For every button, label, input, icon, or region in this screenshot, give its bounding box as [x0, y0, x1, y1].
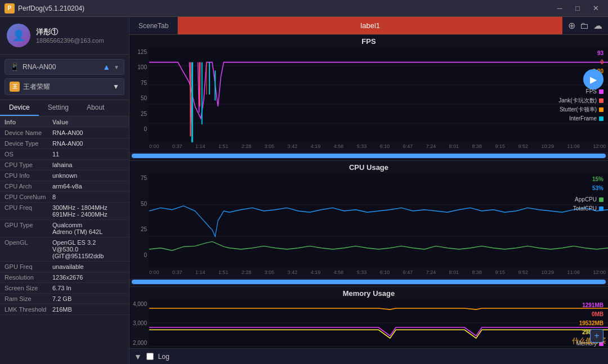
- scene-tab[interactable]: SceneTab: [129, 17, 178, 34]
- maximize-button[interactable]: □: [570, 3, 585, 14]
- folder-icon[interactable]: 🗀: [580, 21, 589, 31]
- info-value: RNA-AN00: [52, 140, 124, 147]
- play-button[interactable]: ▶: [583, 69, 603, 89]
- log-checkbox[interactable]: [146, 353, 154, 360]
- tab-about[interactable]: About: [78, 100, 113, 116]
- jank-dot: [599, 98, 603, 103]
- cpu-scrollbar[interactable]: [129, 278, 608, 285]
- table-row: GPU TypeQualcommAdreno (TM) 642L: [0, 220, 129, 237]
- sidebar-tab-bar: Device Setting About: [0, 100, 129, 116]
- app-name: 王者荣耀: [23, 82, 113, 92]
- info-value: 1236x2676: [52, 274, 124, 281]
- jank-value: 0: [558, 58, 603, 67]
- app-selector-row[interactable]: 王 王者荣耀 ▼: [5, 78, 124, 95]
- tab-setting[interactable]: Setting: [39, 100, 78, 116]
- minimize-button[interactable]: ─: [552, 3, 567, 14]
- info-table: Info Value Device NameRNA-AN00Device Typ…: [0, 116, 129, 364]
- totalcpu-dot: [599, 206, 603, 211]
- titlebar: P PerfDog(v5.1.210204) ─ □ ✕: [0, 0, 608, 17]
- info-value: 6.73 In: [52, 285, 124, 291]
- info-key: OS: [5, 151, 52, 158]
- device-dropdown-arrow: ▼: [114, 64, 119, 70]
- table-row: GPU Frequnavailable: [0, 262, 129, 272]
- info-value: QualcommAdreno (TM) 642L: [52, 222, 124, 235]
- info-value: unavailable: [52, 263, 124, 270]
- cpu-chart-svg: [149, 173, 608, 268]
- main-layout: 👤 洋彤① 18865662396@163.com 📱 RNA-AN00 ▲ ▼…: [0, 17, 608, 364]
- table-row: Ram Size7.2 GB: [0, 294, 129, 304]
- memory-chart-panel: Memory Usage 4,000 3,000 2,000 1,000 0: [129, 287, 608, 348]
- device-selector: 📱 RNA-AN00 ▲ ▼ 王 王者荣耀 ▼: [0, 55, 129, 100]
- table-row: OpenGLOpenGL ES 3.2V@530.0(GIT@95115f2dd…: [0, 237, 129, 262]
- device-name: RNA-AN00: [23, 63, 102, 71]
- cpu-legend: 15% 53% AppCPU TotalCPU: [573, 175, 603, 213]
- fps-chart-panel: FPS 125 100 75 50 25 0: [129, 35, 608, 161]
- info-key: Ram Size: [5, 295, 52, 302]
- add-chart-button[interactable]: +: [590, 329, 603, 343]
- app-cpu-value: 15%: [573, 175, 603, 184]
- top-icons: ⊕ 🗀 ☁: [562, 17, 608, 34]
- info-key: CPU Info: [5, 172, 52, 179]
- info-key: OpenGL: [5, 239, 52, 259]
- fps-value: 93: [558, 49, 603, 58]
- info-table-header: Info Value: [0, 116, 129, 128]
- tab-device[interactable]: Device: [0, 100, 39, 116]
- table-row: CPU Freq300MHz - 1804MHz691MHz - 2400MHz: [0, 203, 129, 220]
- fps-y-axis: 125 100 75 50 25 0: [129, 47, 149, 142]
- table-row: CPU CoreNum8: [0, 192, 129, 203]
- log-down-arrow[interactable]: ▼: [134, 352, 142, 361]
- memory-chart-container: 4,000 3,000 2,000 1,000 0: [129, 299, 608, 348]
- memory-chart-svg: [149, 299, 608, 348]
- info-value: 8: [52, 194, 124, 200]
- table-row: Resolution1236x2676: [0, 272, 129, 283]
- info-value: 300MHz - 1804MHz691MHz - 2400MHz: [52, 204, 124, 218]
- window-controls: ─ □ ✕: [552, 3, 603, 14]
- interframe-dot: [599, 116, 603, 121]
- fps-dot: [599, 89, 603, 94]
- fps-scrollbar-track: [132, 154, 606, 158]
- fps-x-axis: 0:000:371:141:512:283:053:424:194:565:33…: [129, 142, 608, 151]
- fps-scrollbar[interactable]: [129, 152, 608, 159]
- fps-legend-jank: Jank(卡玩次数): [558, 96, 603, 105]
- info-key: CPU Type: [5, 161, 52, 168]
- fps-legend-stutter: Stutter(卡顿率): [558, 105, 603, 114]
- log-bar: ▼ Log: [129, 348, 608, 364]
- info-value: lahaina: [52, 161, 124, 168]
- memory-chart-area: 1291MB 0MB 19532MB 2980MB Memory Swap: [149, 299, 608, 348]
- device-selector-row[interactable]: 📱 RNA-AN00 ▲ ▼: [5, 59, 124, 75]
- fps-chart-title: FPS: [129, 37, 608, 46]
- info-value: 11: [52, 151, 124, 158]
- content-area: SceneTab label1 ⊕ 🗀 ☁ FPS 125 100 75 50: [129, 17, 608, 364]
- device-icon: 📱: [10, 62, 19, 71]
- info-value: unknown: [52, 172, 124, 179]
- user-info: 洋彤① 18865662396@163.com: [36, 27, 104, 44]
- avatar: 👤: [7, 24, 30, 47]
- cpu-chart-title: CPU Usage: [129, 163, 608, 172]
- close-button[interactable]: ✕: [588, 3, 603, 14]
- user-name: 洋彤①: [36, 27, 104, 37]
- fps-chart-svg: [149, 47, 608, 142]
- info-key: Device Name: [5, 129, 52, 136]
- memory-chart-title: Memory Usage: [129, 289, 608, 298]
- info-key: GPU Freq: [5, 263, 52, 270]
- memory-y-axis: 4,000 3,000 2,000 1,000 0: [129, 299, 149, 348]
- cpu-chart-container: 75 50 25 0: [129, 173, 608, 268]
- fps-legend-interframe: InterFrame: [558, 114, 603, 123]
- locate-icon[interactable]: ⊕: [568, 20, 575, 31]
- log-label: Log: [158, 353, 169, 361]
- info-value: arm64-v8a: [52, 183, 124, 190]
- scene-tab-bar: SceneTab label1 ⊕ 🗀 ☁: [129, 17, 608, 35]
- info-value: 7.2 GB: [52, 295, 124, 302]
- user-email: 18865662396@163.com: [36, 37, 104, 44]
- wifi-icon: ▲: [102, 62, 110, 71]
- info-value: OpenGL ES 3.2V@530.0(GIT@95115f2ddb: [52, 239, 124, 259]
- stutter-dot: [599, 107, 603, 112]
- table-row: OS11: [0, 149, 129, 160]
- cloud-icon[interactable]: ☁: [593, 20, 602, 31]
- table-row: Device NameRNA-AN00: [0, 128, 129, 138]
- cpu-x-axis: 0:000:371:141:512:283:053:424:194:565:33…: [129, 268, 608, 277]
- table-row: Screen Size6.73 In: [0, 283, 129, 294]
- info-value: RNA-AN00: [52, 129, 124, 136]
- table-row: Device TypeRNA-AN00: [0, 138, 129, 149]
- info-key: GPU Type: [5, 222, 52, 235]
